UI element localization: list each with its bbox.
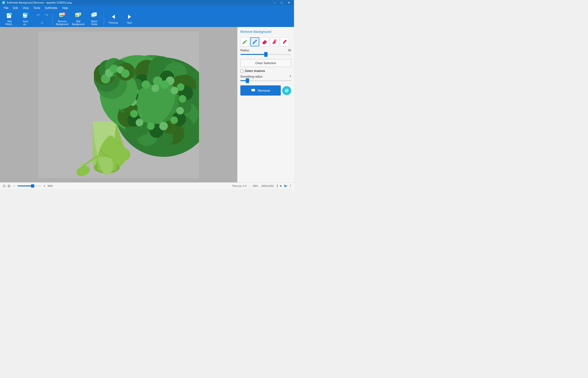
smoothing-row: Smoothing radius 7 xyxy=(240,75,291,78)
save-as-icon: ↓ xyxy=(22,12,29,20)
menu-softorbits[interactable]: SoftOrbits xyxy=(43,6,59,10)
svg-point-76 xyxy=(147,122,154,130)
radius-slider[interactable] xyxy=(240,52,291,57)
zoom-slider[interactable] xyxy=(17,186,41,186)
reset-button[interactable]: ↻ xyxy=(38,19,46,27)
svg-point-98 xyxy=(277,40,277,41)
menu-tools[interactable]: Tools xyxy=(32,6,42,10)
redo-button[interactable]: ↪ xyxy=(42,11,50,19)
menu-file[interactable]: File xyxy=(2,6,10,10)
remove-button[interactable]: Remove xyxy=(240,85,281,95)
close-button[interactable]: ✕ xyxy=(285,0,292,5)
svg-text:+: + xyxy=(7,14,9,17)
svg-point-72 xyxy=(179,95,186,103)
save-as-button[interactable]: ↓ Saveas... xyxy=(18,12,33,26)
detect-shadows-row: Detect shadows xyxy=(240,69,291,73)
add-background-icon: + xyxy=(75,12,82,20)
maximize-button[interactable]: □ xyxy=(278,0,285,5)
zoom-fit-icon[interactable]: ⊡ xyxy=(3,184,6,188)
radius-label: Radius xyxy=(240,49,249,52)
svg-point-99 xyxy=(275,39,275,40)
detect-shadows-checkbox[interactable] xyxy=(240,69,243,73)
add-files-button[interactable]: + + AddFile(s)... xyxy=(2,12,17,26)
remove-background-button[interactable]: RemoveBackground xyxy=(55,12,70,26)
clear-selection-button[interactable]: Clear Selection xyxy=(240,59,291,67)
status-left: ⊡ ⊞ − + 68% xyxy=(3,184,229,188)
remove-background-label: RemoveBackground xyxy=(56,20,68,26)
heart-icon[interactable]: ♥ xyxy=(280,184,282,188)
separator-2 xyxy=(104,13,104,25)
zoom-in-button[interactable]: + xyxy=(42,184,46,188)
add-files-label: AddFile(s)... xyxy=(5,20,14,26)
next-label: Next xyxy=(127,22,132,24)
svg-point-75 xyxy=(159,122,168,130)
window-controls: – □ ✕ xyxy=(271,0,292,5)
svg-point-70 xyxy=(160,81,169,89)
svg-marker-28 xyxy=(112,15,115,19)
eraser-tool-button[interactable] xyxy=(260,37,269,46)
remove-background-icon xyxy=(59,12,65,20)
svg-marker-101 xyxy=(252,88,255,92)
process-button[interactable] xyxy=(282,86,291,95)
select-tool-button[interactable] xyxy=(250,37,259,46)
svg-point-100 xyxy=(283,43,284,44)
zoom-percent: 68% xyxy=(253,185,258,187)
batch-mode-label: BatchMode xyxy=(91,20,97,26)
grid-icon[interactable]: ⊞ xyxy=(8,184,10,188)
remove-button-row: Remove xyxy=(240,85,291,95)
next-button[interactable]: Next xyxy=(122,12,137,26)
previous-button[interactable]: Previous xyxy=(106,12,121,26)
radius-value: 50 xyxy=(288,49,291,52)
tool-icons-row xyxy=(240,37,291,46)
zoom-controls: − + 68% xyxy=(12,184,53,188)
zoom-out-button[interactable]: − xyxy=(12,184,16,188)
menu-help[interactable]: Help xyxy=(60,6,70,10)
status-right: Time (s): 0.2 | 68% 1920x1252 ℹ ♥ 🐦 ⤴ xyxy=(232,184,291,188)
batch-mode-icon: + xyxy=(91,12,98,20)
status-bar: ⊡ ⊞ − + 68% Time (s): 0.2 | 68% 1920x125… xyxy=(0,182,294,189)
menu-bar: File Edit View Tools SoftOrbits Help xyxy=(0,5,294,11)
previous-label: Previous xyxy=(109,22,118,24)
twitter-icon[interactable]: 🐦 xyxy=(284,184,288,188)
add-files-icon: + + xyxy=(6,12,13,20)
smoothing-label: Smoothing radius xyxy=(240,75,262,78)
toolbar: + + AddFile(s)... ↓ Saveas... ↩ ↪ ↻ xyxy=(0,11,294,27)
separator-1 xyxy=(52,13,53,25)
svg-text:+: + xyxy=(94,13,95,16)
next-icon xyxy=(126,14,133,21)
svg-point-69 xyxy=(152,84,159,92)
svg-point-93 xyxy=(121,69,129,78)
menu-view[interactable]: View xyxy=(21,6,31,10)
svg-text:↓: ↓ xyxy=(26,13,27,15)
zoom-label: 68% xyxy=(48,185,53,187)
remove-arrow-icon xyxy=(251,88,256,93)
previous-icon xyxy=(110,14,117,21)
svg-point-74 xyxy=(170,116,178,124)
undo-button[interactable]: ↩ xyxy=(35,11,42,19)
info-icon[interactable]: ℹ xyxy=(277,184,278,188)
time-label: Time (s): 0.2 xyxy=(232,185,246,187)
panel-title: Remove Background xyxy=(240,30,291,34)
social-icons: ℹ ♥ 🐦 ⤴ xyxy=(277,184,291,188)
add-background-label: AddBackground xyxy=(72,20,84,26)
smoothing-slider[interactable] xyxy=(240,78,291,83)
brush-tool-button[interactable] xyxy=(240,37,249,46)
share-icon[interactable]: ⤴ xyxy=(290,184,291,188)
svg-text:+: + xyxy=(79,13,80,15)
image-canvas xyxy=(38,31,199,178)
remove-label: Remove xyxy=(258,89,270,93)
minimize-button[interactable]: – xyxy=(271,0,278,5)
menu-edit[interactable]: Edit xyxy=(11,6,20,10)
svg-point-97 xyxy=(275,40,276,40)
canvas-area[interactable] xyxy=(0,27,237,182)
svg-point-78 xyxy=(130,110,138,118)
radius-row: Radius 50 xyxy=(240,49,291,52)
save-as-label: Saveas... xyxy=(23,20,28,26)
add-background-button[interactable]: + AddBackground xyxy=(71,12,86,26)
svg-rect-9 xyxy=(24,17,26,17)
right-panel: Remove Background xyxy=(237,27,294,182)
magic-tool-button[interactable] xyxy=(270,37,279,46)
color-tool-button[interactable] xyxy=(280,37,289,46)
batch-mode-button[interactable]: + BatchMode xyxy=(87,12,102,26)
detect-shadows-label: Detect shadows xyxy=(245,69,265,73)
